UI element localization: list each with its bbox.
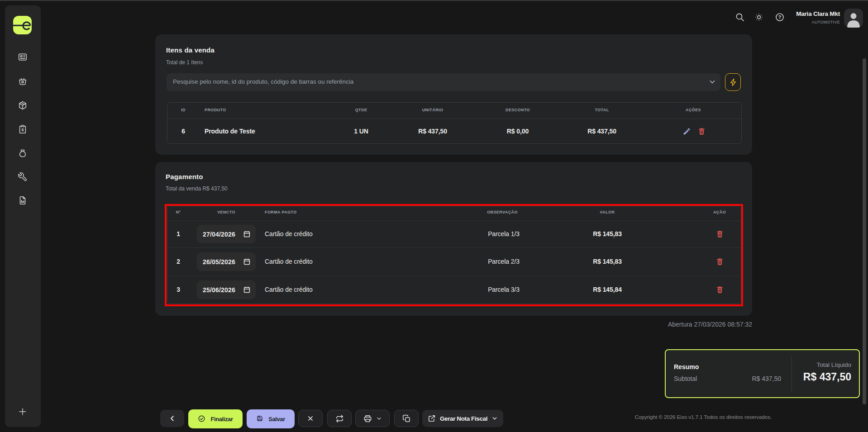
svg-text:?: ? — [778, 14, 781, 20]
svg-text:$: $ — [21, 128, 24, 132]
